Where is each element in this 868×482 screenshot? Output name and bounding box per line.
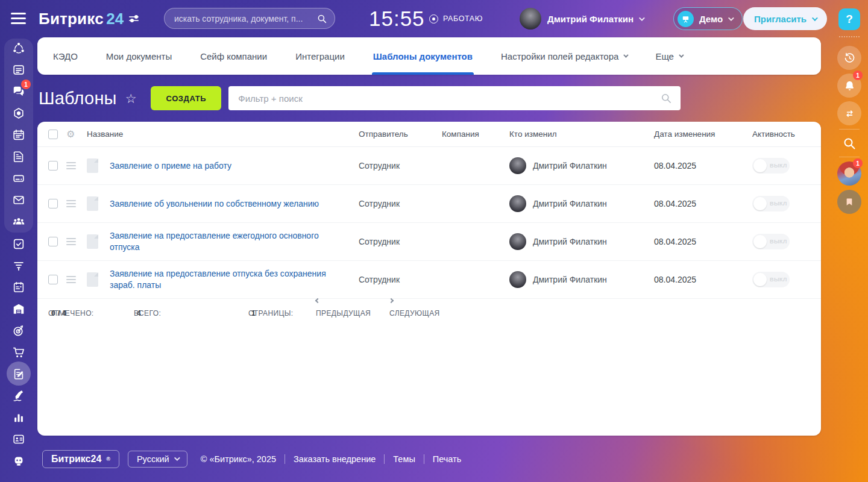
chevron-down-icon bbox=[174, 455, 180, 461]
sidebar-item-drive[interactable] bbox=[0, 171, 37, 186]
partial-icon bbox=[12, 476, 25, 482]
row-checkbox[interactable] bbox=[48, 237, 58, 246]
sidebar-item-groups[interactable] bbox=[0, 214, 37, 229]
sidebar-item-chat[interactable]: 1 bbox=[0, 84, 37, 99]
tune-sliders-icon[interactable] bbox=[129, 16, 139, 21]
tab-company-safe[interactable]: Сейф компании bbox=[200, 37, 267, 75]
user-avatar[interactable] bbox=[520, 8, 541, 30]
menu-hamburger-icon[interactable] bbox=[11, 13, 26, 24]
toggle-knob bbox=[753, 159, 767, 172]
document-file-icon bbox=[87, 196, 98, 211]
row-menu-icon[interactable] bbox=[66, 165, 76, 166]
footer-link-implementation[interactable]: Заказать внедрение bbox=[294, 454, 376, 464]
create-button[interactable]: СОЗДАТЬ bbox=[151, 86, 221, 110]
column-modified-by[interactable]: Кто изменил bbox=[509, 130, 654, 139]
row-sender: Сотрудник bbox=[359, 275, 442, 284]
sidebar-item-marketing[interactable] bbox=[0, 324, 37, 338]
invite-button[interactable]: Пригласить bbox=[743, 7, 827, 30]
tab-more[interactable]: Еще bbox=[655, 37, 682, 75]
messages-button[interactable] bbox=[837, 101, 861, 125]
brand-logo[interactable]: Битрикс 24 bbox=[39, 0, 139, 37]
footer-logo[interactable]: Битрикс24® bbox=[42, 450, 119, 468]
sidebar-item-bi[interactable] bbox=[0, 410, 37, 425]
template-name-link[interactable]: Заявление о приеме на работу bbox=[110, 160, 359, 172]
notifications-button[interactable]: 1 bbox=[837, 74, 861, 98]
global-search[interactable] bbox=[164, 8, 335, 29]
filter-search[interactable] bbox=[228, 86, 681, 110]
row-checkbox[interactable] bbox=[48, 275, 58, 284]
sidebar-item-tasks[interactable] bbox=[0, 237, 37, 251]
demo-button-label: Демо bbox=[699, 14, 723, 24]
signature-pen-icon bbox=[12, 389, 25, 402]
sidebar-item-warehouse[interactable] bbox=[0, 302, 37, 316]
row-checkbox[interactable] bbox=[48, 161, 58, 171]
select-all-checkbox[interactable] bbox=[48, 130, 58, 139]
record-status-icon bbox=[429, 14, 438, 23]
assistant-avatar[interactable]: 1 bbox=[837, 161, 861, 186]
sidebar-item-ai[interactable] bbox=[0, 454, 37, 468]
bookmark-button[interactable] bbox=[837, 190, 861, 214]
document-sign-icon bbox=[12, 368, 25, 381]
help-button[interactable]: ? bbox=[838, 8, 860, 30]
column-name[interactable]: Название bbox=[87, 130, 359, 139]
divider bbox=[424, 454, 424, 464]
sidebar-item-contacts[interactable] bbox=[0, 432, 37, 446]
sidebar-search-button[interactable] bbox=[842, 136, 857, 151]
divider bbox=[839, 157, 860, 157]
page-title: Шаблоны bbox=[39, 89, 117, 108]
row-menu-icon[interactable] bbox=[66, 279, 76, 280]
tab-my-documents[interactable]: Мои документы bbox=[106, 37, 172, 75]
sidebar-item-videocalls[interactable] bbox=[0, 106, 37, 120]
templates-table: ⚙ Название Отправитель Компания Кто изме… bbox=[37, 122, 821, 436]
template-name-link[interactable]: Заявление об увольнении по собственному … bbox=[110, 198, 359, 210]
sidebar-item-pulse[interactable] bbox=[0, 41, 37, 55]
worktime-clock[interactable]: 15:55 bbox=[369, 7, 425, 31]
gear-icon[interactable]: ⚙ bbox=[66, 130, 87, 139]
row-modified-date: 08.04.2025 bbox=[654, 199, 752, 208]
sidebar-item-signature[interactable] bbox=[0, 389, 37, 403]
global-search-input[interactable] bbox=[174, 14, 316, 23]
column-sender[interactable]: Отправитель bbox=[359, 130, 442, 139]
tab-document-templates[interactable]: Шаблоны документов bbox=[373, 37, 473, 75]
exchange-arrows-icon bbox=[843, 107, 856, 120]
row-menu-icon[interactable] bbox=[66, 203, 76, 204]
row-checkbox[interactable] bbox=[48, 199, 58, 208]
activity-toggle[interactable]: выкл bbox=[752, 272, 790, 287]
divider bbox=[285, 454, 285, 464]
column-activity[interactable]: Активность bbox=[752, 130, 821, 139]
table-row: Заявление на предоставление отпуска без … bbox=[37, 261, 821, 299]
sidebar-item-crm[interactable] bbox=[0, 258, 37, 273]
tab-editor-field-settings[interactable]: Настройки полей редактора bbox=[501, 37, 627, 75]
tab-integrations[interactable]: Интеграции bbox=[295, 37, 345, 75]
template-name-link[interactable]: Заявление на предоставление отпуска без … bbox=[110, 268, 359, 291]
activity-toggle[interactable]: выкл bbox=[752, 196, 790, 211]
pages-counter[interactable]: СТРАНИЦЫ:1 bbox=[248, 299, 256, 328]
user-menu[interactable]: Дмитрий Филаткин bbox=[547, 0, 643, 37]
row-modified-by: Дмитрий Филаткин bbox=[509, 233, 654, 250]
sidebar-item-sign-active[interactable] bbox=[0, 367, 37, 381]
favorite-star-icon[interactable]: ☆ bbox=[125, 92, 137, 106]
work-status[interactable]: РАБОТАЮ bbox=[429, 0, 483, 37]
template-name-link[interactable]: Заявление на предоставление ежегодного о… bbox=[110, 230, 359, 253]
sidebar-item-feed[interactable] bbox=[0, 63, 37, 77]
footer-link-print[interactable]: Печать bbox=[433, 454, 462, 464]
demo-button[interactable]: Демо bbox=[673, 7, 743, 30]
sidebar-item-calendar[interactable] bbox=[0, 128, 37, 142]
toggle-knob bbox=[753, 235, 767, 248]
history-button[interactable] bbox=[837, 46, 861, 70]
filter-search-input[interactable] bbox=[238, 93, 660, 104]
activity-toggle[interactable]: выкл bbox=[752, 158, 790, 174]
sidebar-item-documents[interactable] bbox=[0, 149, 37, 164]
tab-kedo[interactable]: КЭДО bbox=[53, 37, 78, 75]
row-menu-icon[interactable] bbox=[66, 241, 76, 242]
language-selector[interactable]: Русский bbox=[128, 451, 187, 468]
column-company[interactable]: Компания bbox=[442, 130, 509, 139]
column-modified-date[interactable]: Дата изменения bbox=[654, 130, 752, 139]
sidebar-item-planner[interactable] bbox=[0, 280, 37, 295]
sidebar-item-shop[interactable] bbox=[0, 345, 37, 360]
feed-icon bbox=[12, 63, 25, 77]
sidebar-item-more[interactable] bbox=[0, 475, 37, 482]
sidebar-item-mail[interactable] bbox=[0, 193, 37, 207]
footer-link-themes[interactable]: Темы bbox=[393, 454, 415, 464]
activity-toggle[interactable]: выкл bbox=[752, 234, 790, 249]
